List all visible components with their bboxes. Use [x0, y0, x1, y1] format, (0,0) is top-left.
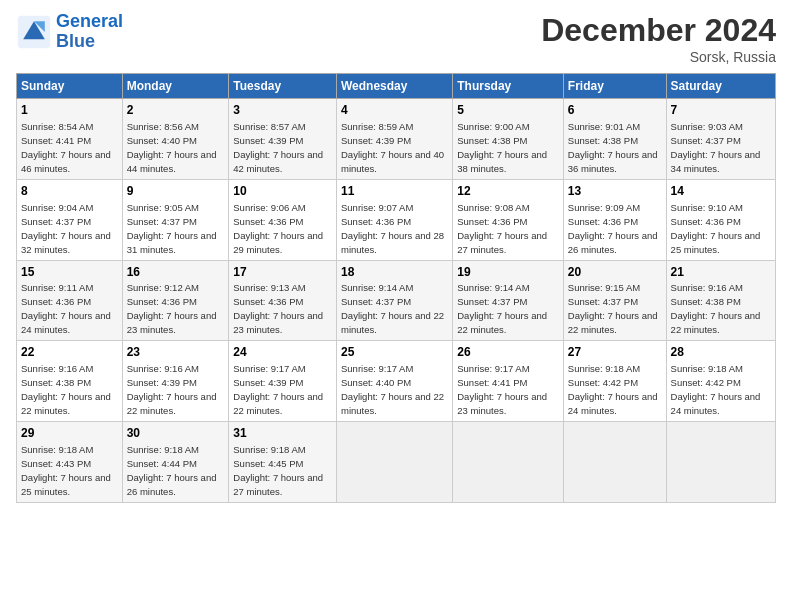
day-info: Sunrise: 9:07 AMSunset: 4:36 PMDaylight:…	[341, 202, 444, 255]
day-number: 4	[341, 102, 448, 119]
day-info: Sunrise: 9:00 AMSunset: 4:38 PMDaylight:…	[457, 121, 547, 174]
day-number: 10	[233, 183, 332, 200]
day-cell: 16 Sunrise: 9:12 AMSunset: 4:36 PMDaylig…	[122, 260, 229, 341]
day-info: Sunrise: 9:14 AMSunset: 4:37 PMDaylight:…	[457, 282, 547, 335]
day-number: 17	[233, 264, 332, 281]
day-cell: 14 Sunrise: 9:10 AMSunset: 4:36 PMDaylig…	[666, 179, 775, 260]
day-info: Sunrise: 8:57 AMSunset: 4:39 PMDaylight:…	[233, 121, 323, 174]
day-cell: 8 Sunrise: 9:04 AMSunset: 4:37 PMDayligh…	[17, 179, 123, 260]
day-number: 3	[233, 102, 332, 119]
day-info: Sunrise: 9:11 AMSunset: 4:36 PMDaylight:…	[21, 282, 111, 335]
logo-blue: Blue	[56, 31, 95, 51]
day-info: Sunrise: 9:06 AMSunset: 4:36 PMDaylight:…	[233, 202, 323, 255]
day-number: 14	[671, 183, 771, 200]
day-cell: 12 Sunrise: 9:08 AMSunset: 4:36 PMDaylig…	[453, 179, 564, 260]
day-info: Sunrise: 9:16 AMSunset: 4:38 PMDaylight:…	[21, 363, 111, 416]
day-info: Sunrise: 9:17 AMSunset: 4:41 PMDaylight:…	[457, 363, 547, 416]
day-number: 23	[127, 344, 225, 361]
day-cell: 13 Sunrise: 9:09 AMSunset: 4:36 PMDaylig…	[563, 179, 666, 260]
day-number: 29	[21, 425, 118, 442]
week-row-3: 15 Sunrise: 9:11 AMSunset: 4:36 PMDaylig…	[17, 260, 776, 341]
day-number: 6	[568, 102, 662, 119]
day-info: Sunrise: 9:18 AMSunset: 4:43 PMDaylight:…	[21, 444, 111, 497]
day-info: Sunrise: 9:12 AMSunset: 4:36 PMDaylight:…	[127, 282, 217, 335]
day-cell	[337, 422, 453, 503]
page: General Blue December 2024 Sorsk, Russia…	[0, 0, 792, 612]
logo-text: General Blue	[56, 12, 123, 52]
day-cell: 6 Sunrise: 9:01 AMSunset: 4:38 PMDayligh…	[563, 99, 666, 180]
day-cell: 20 Sunrise: 9:15 AMSunset: 4:37 PMDaylig…	[563, 260, 666, 341]
day-cell: 10 Sunrise: 9:06 AMSunset: 4:36 PMDaylig…	[229, 179, 337, 260]
day-number: 24	[233, 344, 332, 361]
day-cell: 7 Sunrise: 9:03 AMSunset: 4:37 PMDayligh…	[666, 99, 775, 180]
day-info: Sunrise: 9:16 AMSunset: 4:39 PMDaylight:…	[127, 363, 217, 416]
day-info: Sunrise: 9:05 AMSunset: 4:37 PMDaylight:…	[127, 202, 217, 255]
day-cell: 27 Sunrise: 9:18 AMSunset: 4:42 PMDaylig…	[563, 341, 666, 422]
day-info: Sunrise: 9:09 AMSunset: 4:36 PMDaylight:…	[568, 202, 658, 255]
day-cell: 28 Sunrise: 9:18 AMSunset: 4:42 PMDaylig…	[666, 341, 775, 422]
day-info: Sunrise: 9:01 AMSunset: 4:38 PMDaylight:…	[568, 121, 658, 174]
logo: General Blue	[16, 12, 123, 52]
day-number: 22	[21, 344, 118, 361]
day-info: Sunrise: 9:14 AMSunset: 4:37 PMDaylight:…	[341, 282, 444, 335]
day-info: Sunrise: 9:08 AMSunset: 4:36 PMDaylight:…	[457, 202, 547, 255]
day-cell	[666, 422, 775, 503]
day-cell	[453, 422, 564, 503]
day-info: Sunrise: 9:15 AMSunset: 4:37 PMDaylight:…	[568, 282, 658, 335]
day-cell: 5 Sunrise: 9:00 AMSunset: 4:38 PMDayligh…	[453, 99, 564, 180]
day-info: Sunrise: 9:18 AMSunset: 4:42 PMDaylight:…	[568, 363, 658, 416]
header: General Blue December 2024 Sorsk, Russia	[16, 12, 776, 65]
day-number: 1	[21, 102, 118, 119]
day-cell: 18 Sunrise: 9:14 AMSunset: 4:37 PMDaylig…	[337, 260, 453, 341]
logo-general: General	[56, 11, 123, 31]
day-cell: 17 Sunrise: 9:13 AMSunset: 4:36 PMDaylig…	[229, 260, 337, 341]
header-row: Sunday Monday Tuesday Wednesday Thursday…	[17, 74, 776, 99]
day-number: 8	[21, 183, 118, 200]
col-monday: Monday	[122, 74, 229, 99]
week-row-1: 1 Sunrise: 8:54 AMSunset: 4:41 PMDayligh…	[17, 99, 776, 180]
day-number: 19	[457, 264, 559, 281]
subtitle: Sorsk, Russia	[541, 49, 776, 65]
day-number: 26	[457, 344, 559, 361]
day-cell: 19 Sunrise: 9:14 AMSunset: 4:37 PMDaylig…	[453, 260, 564, 341]
day-cell	[563, 422, 666, 503]
day-number: 25	[341, 344, 448, 361]
title-block: December 2024 Sorsk, Russia	[541, 12, 776, 65]
day-cell: 11 Sunrise: 9:07 AMSunset: 4:36 PMDaylig…	[337, 179, 453, 260]
week-row-2: 8 Sunrise: 9:04 AMSunset: 4:37 PMDayligh…	[17, 179, 776, 260]
week-row-5: 29 Sunrise: 9:18 AMSunset: 4:43 PMDaylig…	[17, 422, 776, 503]
day-info: Sunrise: 9:04 AMSunset: 4:37 PMDaylight:…	[21, 202, 111, 255]
day-cell: 4 Sunrise: 8:59 AMSunset: 4:39 PMDayligh…	[337, 99, 453, 180]
col-wednesday: Wednesday	[337, 74, 453, 99]
day-info: Sunrise: 8:59 AMSunset: 4:39 PMDaylight:…	[341, 121, 444, 174]
day-number: 30	[127, 425, 225, 442]
day-cell: 21 Sunrise: 9:16 AMSunset: 4:38 PMDaylig…	[666, 260, 775, 341]
day-info: Sunrise: 9:03 AMSunset: 4:37 PMDaylight:…	[671, 121, 761, 174]
day-number: 11	[341, 183, 448, 200]
day-cell: 22 Sunrise: 9:16 AMSunset: 4:38 PMDaylig…	[17, 341, 123, 422]
day-number: 20	[568, 264, 662, 281]
day-number: 12	[457, 183, 559, 200]
col-tuesday: Tuesday	[229, 74, 337, 99]
day-cell: 25 Sunrise: 9:17 AMSunset: 4:40 PMDaylig…	[337, 341, 453, 422]
day-info: Sunrise: 9:18 AMSunset: 4:45 PMDaylight:…	[233, 444, 323, 497]
col-friday: Friday	[563, 74, 666, 99]
day-number: 7	[671, 102, 771, 119]
day-number: 15	[21, 264, 118, 281]
day-number: 16	[127, 264, 225, 281]
day-info: Sunrise: 8:56 AMSunset: 4:40 PMDaylight:…	[127, 121, 217, 174]
day-cell: 15 Sunrise: 9:11 AMSunset: 4:36 PMDaylig…	[17, 260, 123, 341]
day-info: Sunrise: 9:10 AMSunset: 4:36 PMDaylight:…	[671, 202, 761, 255]
col-sunday: Sunday	[17, 74, 123, 99]
day-cell: 1 Sunrise: 8:54 AMSunset: 4:41 PMDayligh…	[17, 99, 123, 180]
day-cell: 26 Sunrise: 9:17 AMSunset: 4:41 PMDaylig…	[453, 341, 564, 422]
day-cell: 2 Sunrise: 8:56 AMSunset: 4:40 PMDayligh…	[122, 99, 229, 180]
day-cell: 31 Sunrise: 9:18 AMSunset: 4:45 PMDaylig…	[229, 422, 337, 503]
week-row-4: 22 Sunrise: 9:16 AMSunset: 4:38 PMDaylig…	[17, 341, 776, 422]
calendar-table: Sunday Monday Tuesday Wednesday Thursday…	[16, 73, 776, 503]
day-info: Sunrise: 9:18 AMSunset: 4:42 PMDaylight:…	[671, 363, 761, 416]
main-title: December 2024	[541, 12, 776, 49]
day-number: 28	[671, 344, 771, 361]
day-info: Sunrise: 9:17 AMSunset: 4:40 PMDaylight:…	[341, 363, 444, 416]
day-info: Sunrise: 9:17 AMSunset: 4:39 PMDaylight:…	[233, 363, 323, 416]
